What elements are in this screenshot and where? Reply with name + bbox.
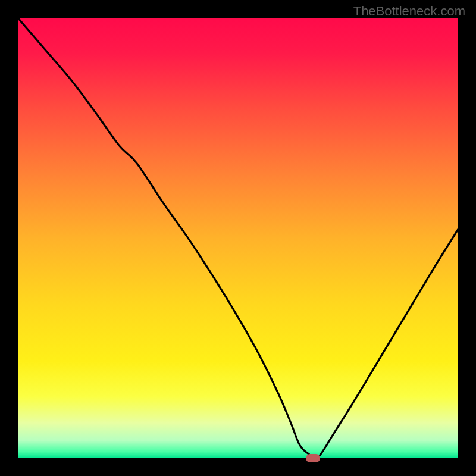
watermark-text: TheBottleneck.com <box>353 4 465 19</box>
bottleneck-marker <box>306 454 320 462</box>
gradient-background <box>18 18 458 458</box>
plot-area <box>18 18 458 458</box>
chart-svg <box>18 18 458 458</box>
chart-container: TheBottleneck.com <box>0 0 476 476</box>
